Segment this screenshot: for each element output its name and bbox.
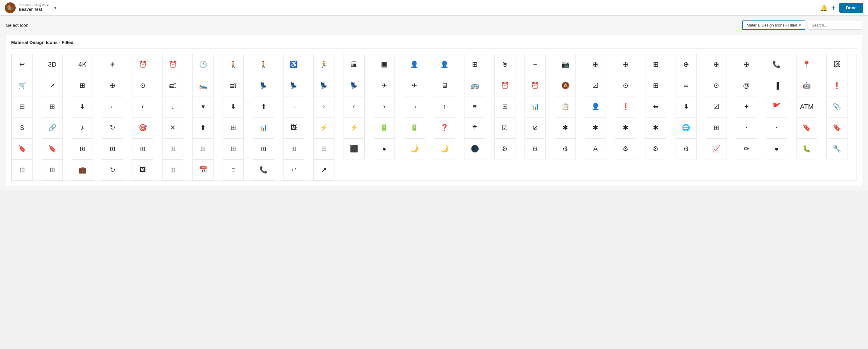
icon-av-timer[interactable]: 🎯 (132, 117, 153, 138)
icon-archive[interactable]: ⬇ (72, 96, 93, 117)
icon-assistant[interactable]: ✦ (736, 96, 757, 117)
icon-battery-50[interactable]: 🔋 (374, 117, 395, 138)
icon-arrow-forward-ios[interactable]: › (313, 96, 335, 117)
icon-add-location[interactable]: 📞 (766, 54, 787, 75)
icon-bug-report[interactable]: 🐛 (796, 138, 817, 159)
icon-border-inner[interactable]: ⊞ (223, 138, 244, 159)
icon-call-merge[interactable]: ↗ (313, 159, 335, 181)
icon-border-style[interactable]: ⬛ (343, 138, 365, 159)
icon-attach-money[interactable]: $ (11, 117, 33, 138)
icon-account-balance-wallet[interactable]: 🏛 (343, 54, 365, 75)
icon-all-inclusive[interactable]: ∞ (676, 75, 697, 96)
icon-attach-file[interactable]: 📎 (826, 96, 847, 117)
icon-calendar-today[interactable]: ⊞ (162, 159, 183, 181)
icon-battery-20[interactable]: ⚡ (313, 117, 335, 138)
icon-bluetooth-disabled[interactable]: ✱ (645, 117, 666, 138)
icon-atm[interactable]: ATM (796, 96, 817, 117)
icon-arrow-back-ios[interactable]: ‹ (132, 96, 153, 117)
icon-apps[interactable]: ⊞ (42, 96, 63, 117)
icon-border-right[interactable]: ⊞ (313, 138, 335, 159)
done-button[interactable]: Done (839, 3, 863, 13)
icon-assignment-late[interactable]: ❗ (615, 96, 636, 117)
icon-add-circle[interactable]: ⊕ (706, 54, 727, 75)
icon-assessment[interactable]: 📊 (525, 96, 546, 117)
icon-brightness-5[interactable]: ⚙ (494, 138, 516, 159)
icon-add-photo-alternate[interactable]: 📍 (796, 54, 817, 75)
icon-brightness-1[interactable]: ● (374, 138, 395, 159)
icon-arrow-forward[interactable]: → (283, 96, 304, 117)
icon-airline-seat-flat[interactable]: 🛋 (162, 75, 183, 96)
icon-add-to-queue[interactable]: ⊞ (72, 75, 93, 96)
icon-add-to-home-screen[interactable]: 🛒 (11, 75, 33, 96)
icon-call[interactable]: ≡ (223, 159, 244, 181)
icon-bathtub[interactable]: 🖼 (283, 117, 304, 138)
chevron-down-icon[interactable]: ▾ (54, 5, 56, 10)
icon-add-alarm[interactable]: 📷 (555, 54, 576, 75)
icon-bluetooth-connected[interactable]: ✱ (615, 117, 636, 138)
icon-blur-off[interactable]: ⬝ (736, 117, 757, 138)
icon-brightness-7[interactable]: ⚙ (555, 138, 576, 159)
icon-alarm[interactable]: ⏰ (494, 75, 516, 96)
icon-border-bottom[interactable]: ⊞ (102, 138, 123, 159)
icon-brush[interactable]: ✏ (736, 138, 757, 159)
icon-brightness-low[interactable]: ⚙ (645, 138, 666, 159)
icon-border-clear[interactable]: ⊞ (132, 138, 153, 159)
icon-battery-60[interactable]: 🔋 (404, 117, 425, 138)
icon-accessible-forward[interactable]: ♿ (283, 54, 304, 75)
icon-airport-shuttle[interactable]: 🚌 (464, 75, 485, 96)
icon-amp-stories[interactable]: ▐ (766, 75, 787, 96)
icon-brightness-4[interactable]: 🌑 (464, 138, 485, 159)
icon-brightness-6[interactable]: ⚙ (525, 138, 546, 159)
icon-battery-unknown[interactable]: ❓ (434, 117, 455, 138)
icon-blur-circular[interactable]: 🌐 (676, 117, 697, 138)
bell-icon[interactable]: 🔔 (820, 4, 828, 11)
icon-burst-mode[interactable]: ⊞ (11, 159, 33, 181)
icon-alarm-on[interactable]: ☑ (585, 75, 606, 96)
icon-access-time[interactable]: 🕐 (192, 54, 214, 75)
icon-add[interactable]: 🖱 (494, 54, 516, 75)
icon-all-out[interactable]: ⊙ (706, 75, 727, 96)
icon-all-inbox[interactable]: ⊞ (645, 75, 666, 96)
icon-bookmark-border[interactable]: 🔖 (826, 117, 847, 138)
icon-accessibility[interactable]: 🚶 (223, 54, 244, 75)
icon-call-end[interactable]: 📞 (253, 159, 274, 181)
icon-alarm-add[interactable]: ⏰ (525, 75, 546, 96)
icon-announcement[interactable]: ❗ (826, 75, 847, 96)
icon-brightness-medium[interactable]: ⚙ (676, 138, 697, 159)
icon-brightness-2[interactable]: 🌙 (404, 138, 425, 159)
icon-bluetooth-audio[interactable]: ✱ (585, 117, 606, 138)
icon-bookmarks-border[interactable]: 🔖 (42, 138, 63, 159)
icon-alternate-email[interactable]: @ (736, 75, 757, 96)
icon-airline-seat-legroom-reduced[interactable]: 💺 (313, 75, 335, 96)
icon-addchart[interactable]: ⊕ (102, 75, 123, 96)
icon-cached[interactable]: ↻ (102, 159, 123, 181)
icon-border-left[interactable]: ⊞ (253, 138, 274, 159)
icon-bookmark[interactable]: 🔖 (796, 117, 817, 138)
icon-arrow-right-alt[interactable]: → (404, 96, 425, 117)
icon-call-made[interactable]: ↩ (283, 159, 304, 181)
icon-arrow-left[interactable]: ‹ (343, 96, 365, 117)
icon-battery-30[interactable]: ⚡ (343, 117, 365, 138)
icon-assignment-return[interactable]: ⬅ (645, 96, 666, 117)
icon-bookmarks[interactable]: 🔖 (11, 138, 33, 159)
icon-build[interactable]: 🔧 (826, 138, 847, 159)
icon-arrow-downward[interactable]: ↓ (162, 96, 183, 117)
icon-assignment-returned[interactable]: ⬇ (676, 96, 697, 117)
icon-bluetooth[interactable]: ✱ (555, 117, 576, 138)
icon-arrow-right[interactable]: › (374, 96, 395, 117)
icon-accessible[interactable]: 🚶 (253, 54, 274, 75)
icon-set-dropdown[interactable]: Material Design Icons - Filled ▾ (742, 21, 805, 30)
icon-arrow-back[interactable]: ← (102, 96, 123, 117)
icon-audiotrack[interactable]: ♪ (72, 117, 93, 138)
icon-add-business[interactable]: ⊞ (645, 54, 666, 75)
icon-add-alert[interactable]: ⊕ (585, 54, 606, 75)
search-input[interactable] (808, 21, 862, 30)
icon-account-tree[interactable]: 👤 (434, 54, 455, 75)
icon-add-call[interactable]: ⊕ (676, 54, 697, 75)
icon-add-box[interactable]: ⊕ (615, 54, 636, 75)
icon-assignment-turned-in[interactable]: ☑ (706, 96, 727, 117)
icon-ac-unit[interactable]: ✳ (102, 54, 123, 75)
icon-airplanemode-inactive[interactable]: ✈ (404, 75, 425, 96)
icon-3d-rotation[interactable]: 3D (42, 54, 63, 75)
icon-border-outer[interactable]: ⊞ (283, 138, 304, 159)
